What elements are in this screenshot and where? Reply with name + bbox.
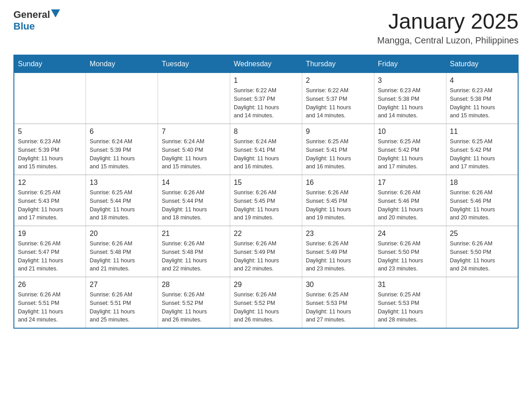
calendar-cell: 23Sunrise: 6:26 AMSunset: 5:49 PMDayligh…	[302, 226, 374, 277]
day-number: 4	[450, 77, 514, 85]
day-info: Sunrise: 6:23 AMSunset: 5:38 PMDaylight:…	[378, 86, 442, 120]
day-info: Sunrise: 6:26 AMSunset: 5:51 PMDaylight:…	[90, 291, 154, 324]
day-info: Sunrise: 6:26 AMSunset: 5:50 PMDaylight:…	[378, 240, 442, 273]
calendar-cell: 16Sunrise: 6:26 AMSunset: 5:45 PMDayligh…	[302, 175, 374, 226]
day-number: 10	[378, 128, 442, 136]
day-info: Sunrise: 6:26 AMSunset: 5:52 PMDaylight:…	[162, 291, 226, 324]
day-info: Sunrise: 6:25 AMSunset: 5:42 PMDaylight:…	[378, 137, 442, 171]
day-info: Sunrise: 6:25 AMSunset: 5:53 PMDaylight:…	[306, 291, 370, 324]
day-number: 6	[90, 128, 154, 136]
day-info: Sunrise: 6:26 AMSunset: 5:49 PMDaylight:…	[306, 240, 370, 273]
day-number: 9	[306, 128, 370, 136]
calendar-week-row: 12Sunrise: 6:25 AMSunset: 5:43 PMDayligh…	[14, 175, 518, 226]
logo-blue: Blue	[13, 21, 35, 32]
calendar-cell: 14Sunrise: 6:26 AMSunset: 5:44 PMDayligh…	[158, 175, 230, 226]
calendar-cell: 20Sunrise: 6:26 AMSunset: 5:48 PMDayligh…	[86, 226, 158, 277]
calendar-cell: 13Sunrise: 6:25 AMSunset: 5:44 PMDayligh…	[86, 175, 158, 226]
day-info: Sunrise: 6:26 AMSunset: 5:52 PMDaylight:…	[234, 291, 298, 324]
calendar-cell: 19Sunrise: 6:26 AMSunset: 5:47 PMDayligh…	[14, 226, 86, 277]
day-info: Sunrise: 6:24 AMSunset: 5:40 PMDaylight:…	[162, 137, 226, 171]
day-number: 22	[234, 230, 298, 238]
day-info: Sunrise: 6:26 AMSunset: 5:48 PMDaylight:…	[162, 240, 226, 273]
calendar-cell	[14, 73, 86, 124]
calendar-cell: 26Sunrise: 6:26 AMSunset: 5:51 PMDayligh…	[14, 277, 86, 329]
day-number: 23	[306, 230, 370, 238]
svg-marker-0	[51, 9, 60, 17]
day-info: Sunrise: 6:26 AMSunset: 5:49 PMDaylight:…	[234, 240, 298, 273]
day-number: 31	[378, 281, 442, 289]
day-number: 30	[306, 281, 370, 289]
day-number: 20	[90, 230, 154, 238]
calendar-cell: 10Sunrise: 6:25 AMSunset: 5:42 PMDayligh…	[374, 124, 446, 175]
calendar-cell: 5Sunrise: 6:23 AMSunset: 5:39 PMDaylight…	[14, 124, 86, 175]
title-section: January 2025 Mangga, Central Luzon, Phil…	[377, 9, 519, 46]
day-number: 2	[306, 77, 370, 85]
day-number: 7	[162, 128, 226, 136]
day-info: Sunrise: 6:26 AMSunset: 5:47 PMDaylight:…	[18, 240, 82, 273]
day-info: Sunrise: 6:26 AMSunset: 5:45 PMDaylight:…	[234, 188, 298, 222]
day-number: 29	[234, 281, 298, 289]
day-of-week-header: Sunday	[14, 55, 86, 73]
day-number: 26	[18, 281, 82, 289]
calendar-cell: 8Sunrise: 6:24 AMSunset: 5:41 PMDaylight…	[230, 124, 302, 175]
day-info: Sunrise: 6:26 AMSunset: 5:45 PMDaylight:…	[306, 188, 370, 222]
day-number: 8	[234, 128, 298, 136]
day-info: Sunrise: 6:26 AMSunset: 5:50 PMDaylight:…	[450, 240, 514, 273]
calendar-cell: 11Sunrise: 6:25 AMSunset: 5:42 PMDayligh…	[446, 124, 518, 175]
calendar-cell	[86, 73, 158, 124]
day-info: Sunrise: 6:26 AMSunset: 5:51 PMDaylight:…	[18, 291, 82, 324]
logo: General Blue	[13, 9, 60, 32]
day-info: Sunrise: 6:23 AMSunset: 5:38 PMDaylight:…	[450, 86, 514, 120]
day-of-week-header: Thursday	[302, 55, 374, 73]
day-info: Sunrise: 6:24 AMSunset: 5:41 PMDaylight:…	[234, 137, 298, 171]
calendar-cell: 31Sunrise: 6:25 AMSunset: 5:53 PMDayligh…	[374, 277, 446, 329]
day-number: 5	[18, 128, 82, 136]
day-info: Sunrise: 6:25 AMSunset: 5:43 PMDaylight:…	[18, 188, 82, 222]
day-number: 13	[90, 179, 154, 187]
day-number: 16	[306, 179, 370, 187]
day-of-week-header: Friday	[374, 55, 446, 73]
calendar-cell: 2Sunrise: 6:22 AMSunset: 5:37 PMDaylight…	[302, 73, 374, 124]
day-info: Sunrise: 6:25 AMSunset: 5:42 PMDaylight:…	[450, 137, 514, 171]
month-title: January 2025	[377, 9, 519, 34]
page-header: General Blue January 2025 Mangga, Centra…	[13, 9, 519, 46]
day-number: 11	[450, 128, 514, 136]
day-number: 18	[450, 179, 514, 187]
calendar-cell	[158, 73, 230, 124]
calendar-cell: 25Sunrise: 6:26 AMSunset: 5:50 PMDayligh…	[446, 226, 518, 277]
logo-triangle-icon	[51, 9, 60, 18]
day-info: Sunrise: 6:26 AMSunset: 5:48 PMDaylight:…	[90, 240, 154, 273]
calendar-week-row: 19Sunrise: 6:26 AMSunset: 5:47 PMDayligh…	[14, 226, 518, 277]
calendar-cell: 3Sunrise: 6:23 AMSunset: 5:38 PMDaylight…	[374, 73, 446, 124]
location-title: Mangga, Central Luzon, Philippines	[377, 35, 519, 46]
calendar-week-row: 5Sunrise: 6:23 AMSunset: 5:39 PMDaylight…	[14, 124, 518, 175]
day-info: Sunrise: 6:23 AMSunset: 5:39 PMDaylight:…	[18, 137, 82, 171]
day-number: 14	[162, 179, 226, 187]
day-number: 19	[18, 230, 82, 238]
calendar-week-row: 1Sunrise: 6:22 AMSunset: 5:37 PMDaylight…	[14, 73, 518, 124]
day-number: 15	[234, 179, 298, 187]
calendar-cell: 9Sunrise: 6:25 AMSunset: 5:41 PMDaylight…	[302, 124, 374, 175]
calendar-cell: 12Sunrise: 6:25 AMSunset: 5:43 PMDayligh…	[14, 175, 86, 226]
day-number: 3	[378, 77, 442, 85]
calendar-cell: 7Sunrise: 6:24 AMSunset: 5:40 PMDaylight…	[158, 124, 230, 175]
calendar-cell: 4Sunrise: 6:23 AMSunset: 5:38 PMDaylight…	[446, 73, 518, 124]
day-info: Sunrise: 6:25 AMSunset: 5:44 PMDaylight:…	[90, 188, 154, 222]
calendar-cell: 6Sunrise: 6:24 AMSunset: 5:39 PMDaylight…	[86, 124, 158, 175]
day-number: 21	[162, 230, 226, 238]
calendar-cell: 24Sunrise: 6:26 AMSunset: 5:50 PMDayligh…	[374, 226, 446, 277]
day-info: Sunrise: 6:22 AMSunset: 5:37 PMDaylight:…	[234, 86, 298, 120]
calendar-cell: 29Sunrise: 6:26 AMSunset: 5:52 PMDayligh…	[230, 277, 302, 329]
day-info: Sunrise: 6:25 AMSunset: 5:53 PMDaylight:…	[378, 291, 442, 324]
logo-general: General	[13, 9, 50, 21]
calendar-table: SundayMondayTuesdayWednesdayThursdayFrid…	[13, 55, 519, 329]
day-number: 1	[234, 77, 298, 85]
calendar-cell: 17Sunrise: 6:26 AMSunset: 5:46 PMDayligh…	[374, 175, 446, 226]
day-number: 24	[378, 230, 442, 238]
calendar-cell: 21Sunrise: 6:26 AMSunset: 5:48 PMDayligh…	[158, 226, 230, 277]
calendar-cell: 27Sunrise: 6:26 AMSunset: 5:51 PMDayligh…	[86, 277, 158, 329]
day-of-week-header: Saturday	[446, 55, 518, 73]
day-of-week-header: Monday	[86, 55, 158, 73]
day-info: Sunrise: 6:26 AMSunset: 5:46 PMDaylight:…	[450, 188, 514, 222]
calendar-cell: 30Sunrise: 6:25 AMSunset: 5:53 PMDayligh…	[302, 277, 374, 329]
